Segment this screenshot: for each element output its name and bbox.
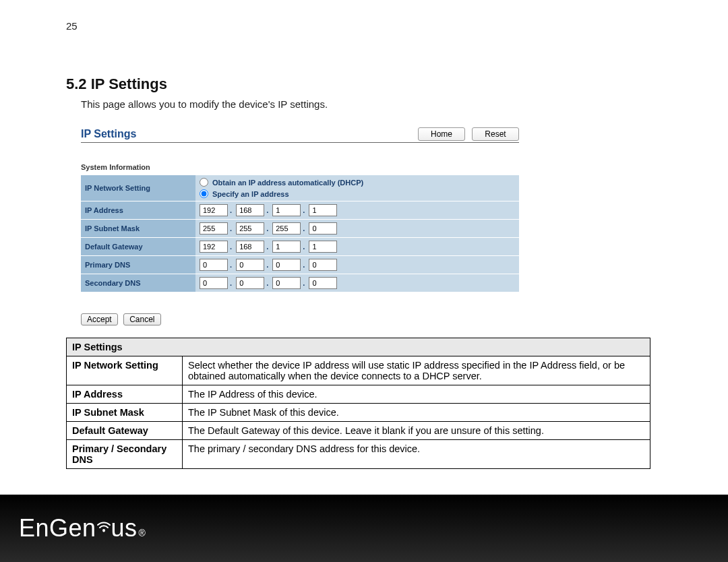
- accept-button[interactable]: Accept: [81, 313, 118, 325]
- desc-r3k: IP Subnet Mask: [67, 404, 183, 422]
- cancel-button[interactable]: Cancel: [123, 313, 160, 325]
- desc-r1k: IP Network Setting: [67, 356, 183, 385]
- dot: .: [230, 279, 232, 287]
- ip-o2[interactable]: [236, 204, 264, 216]
- dot: .: [230, 243, 232, 251]
- dot: .: [266, 243, 268, 251]
- home-button[interactable]: Home: [418, 127, 465, 141]
- pdns-label: Primary DNS: [81, 256, 195, 274]
- subnet-label: IP Subnet Mask: [81, 220, 195, 238]
- sn-o3[interactable]: [272, 222, 301, 235]
- brand-logo: EnGen us ®: [19, 514, 146, 542]
- footer: EnGen us ®: [0, 495, 728, 562]
- pdns-field: . . .: [195, 256, 519, 274]
- row-network-field: Obtain an IP address automatically (DHCP…: [195, 175, 519, 201]
- ip-address-label: IP Address: [81, 201, 195, 220]
- gateway-field: . . .: [195, 238, 519, 256]
- sdns-label: Secondary DNS: [81, 274, 195, 292]
- description-table: IP Settings IP Network Setting Select wh…: [66, 338, 650, 469]
- gw-o4[interactable]: [309, 241, 337, 253]
- sn-o4[interactable]: [309, 222, 337, 235]
- content-area: 5.2 IP Settings This page allows you to …: [66, 75, 656, 469]
- desc-r3v: The IP Subnet Mask of this device.: [183, 404, 650, 422]
- brand-part-b: us: [111, 514, 138, 542]
- panel-buttons: Home Reset: [418, 127, 519, 141]
- dot: .: [303, 279, 305, 287]
- dot: .: [266, 279, 268, 287]
- dot: .: [303, 243, 305, 251]
- radio-dhcp-input[interactable]: [200, 178, 208, 187]
- sdns-field: . . .: [195, 274, 519, 292]
- dot: .: [266, 224, 268, 232]
- wifi-icon: [94, 515, 114, 530]
- panel-title: IP Settings: [81, 128, 136, 140]
- radio-dhcp[interactable]: Obtain an IP address automatically (DHCP…: [200, 178, 515, 187]
- gw-o3[interactable]: [272, 241, 301, 253]
- desc-header: IP Settings: [67, 338, 650, 356]
- panel-header: IP Settings Home Reset: [81, 127, 519, 143]
- brand-part-a: EnGen: [19, 514, 96, 542]
- dot: .: [230, 206, 232, 214]
- action-row: Accept Cancel: [81, 313, 656, 325]
- registered-icon: ®: [139, 528, 146, 538]
- reset-button[interactable]: Reset: [472, 127, 519, 141]
- pdns-o4[interactable]: [309, 259, 337, 271]
- ip-o4[interactable]: [309, 204, 337, 216]
- dot: .: [266, 206, 268, 214]
- desc-r1v: Select whether the device IP address wil…: [183, 356, 650, 385]
- settings-form-table: IP Network Setting Obtain an IP address …: [81, 175, 519, 292]
- system-info-subhead: System Information: [81, 163, 519, 171]
- gw-o1[interactable]: [200, 241, 228, 253]
- gateway-label: Default Gateway: [81, 238, 195, 256]
- section-heading: 5.2 IP Settings: [66, 75, 656, 93]
- dot: .: [266, 261, 268, 269]
- pdns-o1[interactable]: [200, 259, 228, 271]
- dot: .: [303, 224, 305, 232]
- desc-r2v: The IP Address of this device.: [183, 385, 650, 404]
- desc-r4v: The Default Gateway of this device. Leav…: [183, 422, 650, 440]
- radio-static-label: Specify an IP address: [212, 190, 289, 198]
- dot: .: [303, 206, 305, 214]
- svg-point-0: [102, 529, 105, 532]
- dot: .: [230, 261, 232, 269]
- ip-o1[interactable]: [200, 204, 228, 216]
- ip-address-field: . . .: [195, 201, 519, 220]
- intro-text: This page allows you to modify the devic…: [81, 98, 656, 110]
- desc-r5k: Primary / Secondary DNS: [67, 440, 183, 469]
- pdns-o3[interactable]: [272, 259, 301, 271]
- sdns-o4[interactable]: [309, 277, 337, 289]
- pdns-o2[interactable]: [236, 259, 264, 271]
- radio-dhcp-label: Obtain an IP address automatically (DHCP…: [212, 179, 363, 187]
- sdns-o1[interactable]: [200, 277, 228, 289]
- desc-r2k: IP Address: [67, 385, 183, 404]
- desc-r4k: Default Gateway: [67, 422, 183, 440]
- dot: .: [303, 261, 305, 269]
- radio-static[interactable]: Specify an IP address: [200, 189, 515, 198]
- radio-static-input[interactable]: [200, 189, 208, 198]
- subnet-field: . . .: [195, 220, 519, 238]
- ip-settings-panel: IP Settings Home Reset System Informatio…: [81, 127, 519, 292]
- gw-o2[interactable]: [236, 241, 264, 253]
- sdns-o2[interactable]: [236, 277, 264, 289]
- row-network-label: IP Network Setting: [81, 175, 195, 201]
- ip-o3[interactable]: [272, 204, 301, 216]
- sdns-o3[interactable]: [272, 277, 301, 289]
- dot: .: [230, 224, 232, 232]
- sn-o1[interactable]: [200, 222, 228, 235]
- sn-o2[interactable]: [236, 222, 264, 235]
- page-number: 25: [66, 20, 78, 32]
- desc-r5v: The primary / secondary DNS address for …: [183, 440, 650, 469]
